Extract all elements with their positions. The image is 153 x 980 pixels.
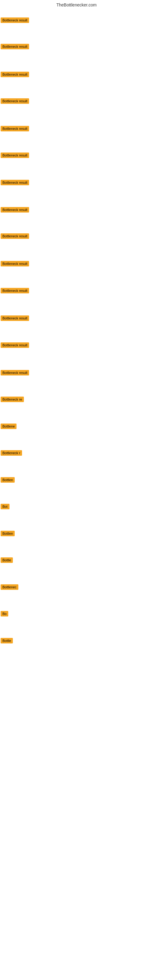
bottleneck-badge-20[interactable]: Bottlen [1,531,15,536]
bottleneck-item-13[interactable]: Bottleneck result [1,342,29,349]
bottleneck-badge-9[interactable]: Bottleneck result [1,233,29,239]
bottleneck-badge-2[interactable]: Bottleneck result [1,44,29,49]
bottleneck-item-9[interactable]: Bottleneck result [1,233,29,240]
bottleneck-item-6[interactable]: Bottleneck result [1,153,29,159]
bottleneck-item-1[interactable]: Bottleneck result [1,18,29,24]
bottleneck-badge-21[interactable]: Bottle [1,557,13,563]
bottleneck-item-7[interactable]: Bottleneck result [1,180,29,186]
bottleneck-item-21[interactable]: Bottle [1,557,13,564]
bottleneck-badge-16[interactable]: Bottlene [1,423,16,429]
page-wrapper: TheBottlenecker.com Bottleneck resultBot… [0,0,153,980]
bottleneck-badge-18[interactable]: Bottlen [1,477,15,483]
bottleneck-item-8[interactable]: Bottleneck result [1,207,29,214]
bottleneck-badge-17[interactable]: Bottleneck r [1,450,22,456]
bottleneck-badge-13[interactable]: Bottleneck result [1,342,29,348]
bottleneck-item-17[interactable]: Bottleneck r [1,450,22,457]
bottleneck-item-19[interactable]: Bot [1,504,10,511]
bottleneck-badge-1[interactable]: Bottleneck result [1,18,29,23]
bottleneck-item-2[interactable]: Bottleneck result [1,44,29,51]
bottleneck-badge-19[interactable]: Bot [1,504,10,509]
bottleneck-badge-8[interactable]: Bottleneck result [1,207,29,213]
bottleneck-badge-23[interactable]: Bo [1,611,8,616]
bottleneck-badge-15[interactable]: Bottleneck re [1,396,24,402]
bottleneck-badge-10[interactable]: Bottleneck result [1,261,29,266]
bottleneck-item-15[interactable]: Bottleneck re [1,396,24,403]
bottleneck-item-12[interactable]: Bottleneck result [1,315,29,322]
bottleneck-item-11[interactable]: Bottleneck result [1,288,29,294]
bottleneck-item-24[interactable]: Bottle [1,638,13,645]
bottleneck-badge-5[interactable]: Bottleneck result [1,126,29,131]
bottleneck-badge-3[interactable]: Bottleneck result [1,72,29,77]
bottleneck-item-20[interactable]: Bottlen [1,531,15,538]
bottleneck-item-5[interactable]: Bottleneck result [1,126,29,133]
bottleneck-item-4[interactable]: Bottleneck result [1,98,29,105]
bottleneck-badge-11[interactable]: Bottleneck result [1,288,29,293]
bottleneck-badge-12[interactable]: Bottleneck result [1,315,29,321]
bottleneck-badge-24[interactable]: Bottle [1,638,13,643]
bottleneck-item-3[interactable]: Bottleneck result [1,72,29,78]
bottleneck-badge-22[interactable]: Bottlenec [1,584,18,590]
bottleneck-badge-4[interactable]: Bottleneck result [1,98,29,104]
bottleneck-badge-14[interactable]: Bottleneck result [1,370,29,375]
site-title: TheBottlenecker.com [0,0,153,9]
bottleneck-item-14[interactable]: Bottleneck result [1,370,29,377]
bottleneck-item-10[interactable]: Bottleneck result [1,261,29,268]
bottleneck-badge-6[interactable]: Bottleneck result [1,153,29,158]
bottleneck-item-23[interactable]: Bo [1,611,8,618]
bottleneck-item-22[interactable]: Bottlenec [1,584,18,591]
bottleneck-item-16[interactable]: Bottlene [1,423,16,430]
bottleneck-badge-7[interactable]: Bottleneck result [1,180,29,185]
bottleneck-item-18[interactable]: Bottlen [1,477,15,484]
